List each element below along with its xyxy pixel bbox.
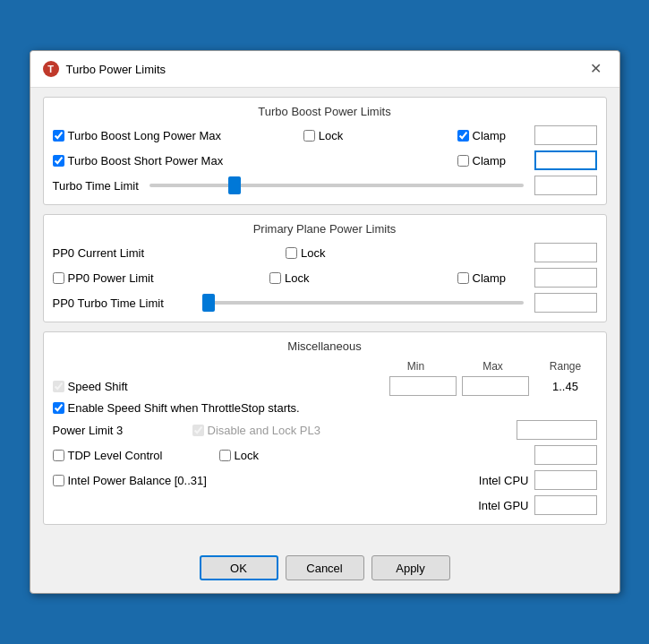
- intel-balance-checkbox[interactable]: [53, 475, 64, 486]
- lock-long-label[interactable]: Lock: [303, 129, 375, 142]
- pp0-turbo-slider[interactable]: [202, 301, 524, 305]
- misc-section: Miscellaneous Min Max Range Speed Shift …: [43, 331, 607, 525]
- long-power-label[interactable]: Turbo Boost Long Power Max: [53, 129, 222, 142]
- intel-gpu-value[interactable]: 13: [534, 495, 597, 515]
- ok-button[interactable]: OK: [200, 555, 278, 580]
- enable-speed-shift-row: Enable Speed Shift when ThrottleStop sta…: [53, 401, 597, 415]
- turbo-boost-section: Turbo Boost Power Limits Turbo Boost Lon…: [43, 97, 607, 205]
- col-max-header: Max: [457, 360, 529, 373]
- pp0-power-row: PP0 Power Limit Lock Clamp 0: [53, 268, 597, 288]
- lock-pp0-power-checkbox[interactable]: [269, 272, 281, 284]
- clamp-long-label[interactable]: Clamp: [457, 129, 529, 142]
- speed-shift-row: Speed Shift 1 255 1..45: [53, 376, 597, 396]
- intel-cpu-label: Intel CPU: [479, 474, 529, 487]
- short-power-checkbox[interactable]: [53, 155, 64, 167]
- lock-long-checkbox[interactable]: [303, 130, 315, 142]
- speed-shift-range: 1..45: [534, 380, 597, 393]
- tdp-label[interactable]: TDP Level Control: [53, 449, 196, 462]
- enable-speed-shift-checkbox[interactable]: [53, 402, 64, 414]
- intel-cpu-value[interactable]: 9: [534, 470, 597, 490]
- title-bar: T Turbo Power Limits ✕: [30, 51, 619, 88]
- dialog-content: Turbo Boost Power Limits Turbo Boost Lon…: [30, 88, 619, 546]
- speed-shift-checkbox[interactable]: [53, 381, 64, 392]
- turbo-time-row: Turbo Time Limit 28: [53, 176, 597, 195]
- lock-tdp-checkbox[interactable]: [219, 450, 231, 461]
- clamp-long-checkbox[interactable]: [457, 130, 469, 142]
- intel-gpu-label: Intel GPU: [478, 499, 528, 512]
- pp0-current-row: PP0 Current Limit Lock 130: [53, 243, 597, 262]
- apply-button[interactable]: Apply: [371, 555, 450, 580]
- app-icon: T: [43, 61, 59, 77]
- misc-title: Miscellaneous: [53, 339, 597, 353]
- lock-pp0-current-checkbox[interactable]: [286, 247, 297, 259]
- dialog-footer: OK Cancel Apply: [30, 546, 619, 593]
- pp0-turbo-value[interactable]: 0.0010: [534, 293, 597, 313]
- col-range-header: Range: [534, 360, 597, 373]
- pp0-power-checkbox[interactable]: [53, 272, 64, 284]
- clamp-short-checkbox[interactable]: [457, 155, 469, 167]
- lock-pp0-power-label[interactable]: Lock: [269, 271, 341, 285]
- clamp-pp0-power-label[interactable]: Clamp: [457, 271, 529, 285]
- speed-shift-label[interactable]: Speed Shift: [53, 380, 196, 393]
- enable-speed-shift-label[interactable]: Enable Speed Shift when ThrottleStop sta…: [53, 401, 300, 415]
- tdp-value[interactable]: 0: [534, 445, 597, 465]
- long-power-checkbox[interactable]: [53, 130, 64, 142]
- long-power-row: Turbo Boost Long Power Max Lock Clamp 45: [53, 125, 597, 145]
- short-power-value[interactable]: 60: [534, 150, 597, 170]
- dialog-title: Turbo Power Limits: [66, 63, 167, 76]
- disable-lock-pl3-checkbox[interactable]: [192, 425, 204, 436]
- intel-balance-row: Intel Power Balance [0..31] Intel CPU 9 …: [53, 470, 597, 515]
- turbo-boost-title: Turbo Boost Power Limits: [53, 105, 597, 118]
- speed-shift-max[interactable]: 255: [462, 376, 529, 396]
- misc-headers: Min Max Range: [53, 360, 597, 373]
- close-button[interactable]: ✕: [585, 60, 607, 78]
- pp0-current-value[interactable]: 130: [534, 243, 597, 262]
- pp0-turbo-label: PP0 Turbo Time Limit: [53, 296, 192, 310]
- power-limit3-value[interactable]: 80000000: [517, 420, 597, 440]
- tdp-row: TDP Level Control Lock 0: [53, 445, 597, 465]
- clamp-pp0-power-checkbox[interactable]: [457, 272, 469, 284]
- col-min-header: Min: [380, 360, 452, 373]
- pp0-turbo-row: PP0 Turbo Time Limit 0.0010: [53, 293, 597, 313]
- power-limit3-row: Power Limit 3 Disable and Lock PL3 80000…: [53, 420, 597, 440]
- pp0-current-label: PP0 Current Limit: [53, 246, 192, 260]
- primary-plane-title: Primary Plane Power Limits: [53, 222, 597, 236]
- speed-shift-min[interactable]: 1: [389, 376, 457, 396]
- long-power-value[interactable]: 45: [534, 125, 597, 145]
- intel-balance-label[interactable]: Intel Power Balance [0..31]: [53, 474, 250, 487]
- disable-lock-pl3-label: Disable and Lock PL3: [208, 424, 320, 437]
- tdp-checkbox[interactable]: [53, 450, 64, 461]
- turbo-power-limits-dialog: T Turbo Power Limits ✕ Turbo Boost Power…: [30, 50, 620, 594]
- lock-tdp-label[interactable]: Lock: [219, 449, 291, 462]
- cancel-button[interactable]: Cancel: [286, 555, 364, 580]
- turbo-time-label: Turbo Time Limit: [53, 179, 139, 193]
- turbo-time-slider[interactable]: [149, 184, 524, 187]
- short-power-row: Turbo Boost Short Power Max Clamp 60: [53, 150, 597, 170]
- clamp-short-label[interactable]: Clamp: [457, 154, 529, 167]
- lock-pp0-current-label[interactable]: Lock: [286, 246, 357, 260]
- pp0-power-label[interactable]: PP0 Power Limit: [53, 271, 154, 285]
- short-power-label[interactable]: Turbo Boost Short Power Max: [53, 154, 224, 167]
- power-limit3-label: Power Limit 3: [53, 424, 178, 437]
- turbo-time-value[interactable]: 28: [534, 176, 597, 195]
- pp0-power-value[interactable]: 0: [534, 268, 597, 288]
- primary-plane-section: Primary Plane Power Limits PP0 Current L…: [43, 214, 607, 322]
